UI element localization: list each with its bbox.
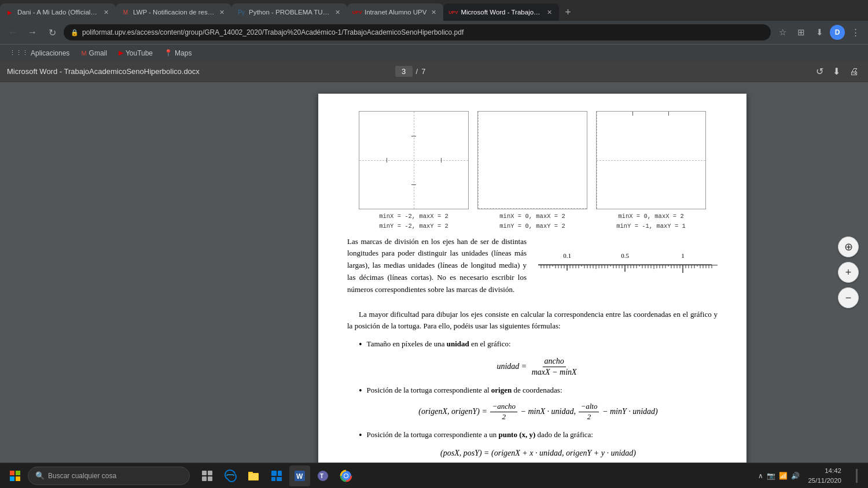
start-button[interactable] bbox=[5, 465, 25, 486]
explorer-taskbar-button[interactable] bbox=[243, 465, 264, 486]
sync-button[interactable]: ⬇ bbox=[811, 24, 827, 40]
reload-button[interactable]: ↻ bbox=[44, 24, 60, 40]
edge-icon bbox=[224, 469, 237, 482]
formula2-block: (origenX, origenY) = −ancho 2 − minX · u… bbox=[359, 402, 718, 422]
bookmark-aplicaciones[interactable]: ⋮⋮⋮ Aplicaciones bbox=[5, 47, 74, 59]
graph-container-2: minX = 0, maxX = 2 minY = 0, maxY = 2 bbox=[477, 111, 587, 231]
tab2-close[interactable]: ✕ bbox=[218, 8, 226, 17]
word-icon: W bbox=[293, 469, 306, 482]
gmail-icon: M bbox=[81, 50, 86, 57]
metro-taskbar-button[interactable] bbox=[266, 465, 287, 486]
show-desktop-button[interactable] bbox=[849, 465, 863, 486]
bookmark-youtube[interactable]: ▶ YouTube bbox=[114, 47, 157, 59]
tab3-close[interactable]: ✕ bbox=[334, 8, 341, 17]
svg-rect-78 bbox=[277, 477, 282, 481]
svg-rect-66 bbox=[10, 476, 14, 481]
zoom-fit-button[interactable]: ⊕ bbox=[838, 236, 859, 257]
clock-date: 25/11/2020 bbox=[808, 476, 841, 485]
edge-taskbar-button[interactable] bbox=[220, 465, 241, 486]
bookmark-gmail[interactable]: M Gmail bbox=[76, 47, 112, 59]
tab4-title: Intranet Alumno UPV bbox=[365, 9, 426, 16]
pdf-total-pages: 7 bbox=[421, 67, 425, 76]
svg-text:0.5: 0.5 bbox=[621, 252, 629, 259]
pdf-download-button[interactable]: ⬇ bbox=[830, 64, 843, 79]
graph2-h-axis bbox=[478, 208, 587, 209]
para2-text: La mayor dificultad para dibujar los eje… bbox=[347, 309, 718, 333]
tab-dani[interactable]: ▶ Dani - A Mi Lado (Official Video) ✕ bbox=[0, 3, 116, 21]
svg-rect-77 bbox=[271, 477, 275, 481]
formula1-lhs: unidad bbox=[496, 361, 519, 370]
system-tray: ∧ 📷 📶 🔊 bbox=[758, 472, 800, 480]
profile-button[interactable]: D bbox=[830, 25, 845, 40]
bullet-text-1: Tamaño en píxeles de una unidad en el gr… bbox=[367, 338, 511, 350]
g1-tick4 bbox=[411, 184, 416, 185]
bookmarks-bar: ⋮⋮⋮ Aplicaciones M Gmail ▶ YouTube 📍 Map… bbox=[0, 44, 868, 61]
graph-box-2 bbox=[477, 111, 587, 209]
tray-volume-icon[interactable]: 🔊 bbox=[791, 472, 800, 480]
graph2-label: minX = 0, maxX = 2 minY = 0, maxY = 2 bbox=[477, 212, 587, 231]
svg-text:T: T bbox=[320, 473, 323, 479]
ruler-illustration: 0.1 bbox=[538, 236, 718, 276]
g1-tick2 bbox=[441, 158, 442, 162]
pdf-print-button[interactable]: 🖨 bbox=[847, 64, 861, 79]
tab3-title: Python - PROBLEMA TURTLE EJE... bbox=[249, 9, 330, 16]
forward-button[interactable]: → bbox=[24, 24, 41, 40]
pdf-sidebar bbox=[0, 82, 197, 463]
zoom-in-button[interactable]: + bbox=[838, 262, 859, 283]
zoom-out-button[interactable]: − bbox=[838, 287, 859, 308]
g1-tick3 bbox=[411, 136, 416, 136]
formula2-text: (origenX, origenY) = −ancho 2 − minX · u… bbox=[418, 407, 658, 416]
bookmark-aplicaciones-label: Aplicaciones bbox=[31, 49, 69, 57]
formula1-block: unidad = ancho maxX − minX bbox=[359, 356, 718, 378]
bullet-item-1: • Tamaño en píxeles de una unidad en el … bbox=[359, 338, 718, 351]
svg-rect-76 bbox=[278, 471, 282, 476]
svg-rect-69 bbox=[208, 471, 212, 475]
tab5-close[interactable]: ✕ bbox=[546, 8, 553, 17]
formula2-frac2: −alto 2 bbox=[579, 402, 599, 422]
bullet2-bold: origen bbox=[491, 386, 512, 394]
tab1-close[interactable]: ✕ bbox=[102, 8, 110, 17]
nav-bar: ← → ↻ 🔒 poliformat.upv.es/access/content… bbox=[0, 21, 868, 44]
taskview-button[interactable] bbox=[197, 465, 218, 486]
word-taskbar-button[interactable]: W bbox=[289, 465, 310, 486]
apps-icon: ⋮⋮⋮ bbox=[9, 49, 28, 57]
address-bar[interactable]: 🔒 poliformat.upv.es/access/content/group… bbox=[64, 24, 771, 40]
tab3-favicon: Py bbox=[237, 8, 245, 16]
taskbar-search-box[interactable]: 🔍 Buscar cualquier cosa bbox=[28, 467, 190, 485]
menu-button[interactable]: ⋮ bbox=[847, 24, 863, 40]
bullet2-suffix: de coordenadas: bbox=[512, 386, 562, 394]
formula2-num1: −ancho bbox=[490, 402, 517, 412]
tab-lwp[interactable]: M LWP - Notificacion de respuesta ✕ bbox=[116, 3, 231, 21]
pdf-rotate-button[interactable]: ↺ bbox=[814, 64, 826, 79]
bullet3-bold: punto (x, y) bbox=[498, 430, 535, 439]
tab4-close[interactable]: ✕ bbox=[430, 8, 437, 17]
tray-wifi-icon[interactable]: 📶 bbox=[779, 472, 788, 480]
pdf-page-input[interactable] bbox=[395, 66, 413, 77]
tab-intranet[interactable]: UPV Intranet Alumno UPV ✕ bbox=[347, 3, 443, 21]
bookmark-star-button[interactable]: ☆ bbox=[774, 24, 790, 40]
bookmark-maps[interactable]: 📍 Maps bbox=[160, 47, 196, 59]
svg-point-88 bbox=[344, 474, 348, 478]
back-button[interactable]: ← bbox=[5, 24, 21, 40]
chrome-taskbar-button[interactable] bbox=[336, 465, 356, 486]
bullet3-suffix: dado de la gráfica: bbox=[535, 430, 593, 439]
taskbar-clock[interactable]: 14:42 25/11/2020 bbox=[804, 465, 845, 486]
svg-rect-70 bbox=[202, 476, 207, 481]
graph1-label: minX = -2, maxX = 2 minY = -2, maxY = 2 bbox=[359, 212, 469, 231]
para1-text-block: Las marcas de división en los ejes han d… bbox=[347, 236, 527, 302]
taskbar-apps: W T bbox=[197, 465, 356, 486]
teams-taskbar-button[interactable]: T bbox=[312, 465, 333, 486]
profile-puzzle-button[interactable]: ⊞ bbox=[793, 24, 809, 40]
tray-up-arrow[interactable]: ∧ bbox=[758, 472, 763, 480]
metro-icon bbox=[270, 469, 283, 482]
new-tab-button[interactable]: + bbox=[559, 3, 576, 21]
g1-tick1 bbox=[387, 158, 387, 162]
pdf-page-nav: / 7 bbox=[395, 66, 426, 77]
graph2-v-axis bbox=[478, 112, 479, 209]
tab-python[interactable]: Py Python - PROBLEMA TURTLE EJE... ✕ bbox=[231, 3, 347, 21]
formula2-num2: −alto bbox=[579, 402, 599, 412]
svg-rect-74 bbox=[249, 474, 258, 480]
svg-rect-75 bbox=[271, 471, 277, 476]
nav-actions: ☆ ⊞ ⬇ D ⋮ bbox=[774, 24, 863, 40]
tab-word[interactable]: UPV Microsoft Word - TrabajoAcadem... ✕ bbox=[443, 3, 559, 21]
